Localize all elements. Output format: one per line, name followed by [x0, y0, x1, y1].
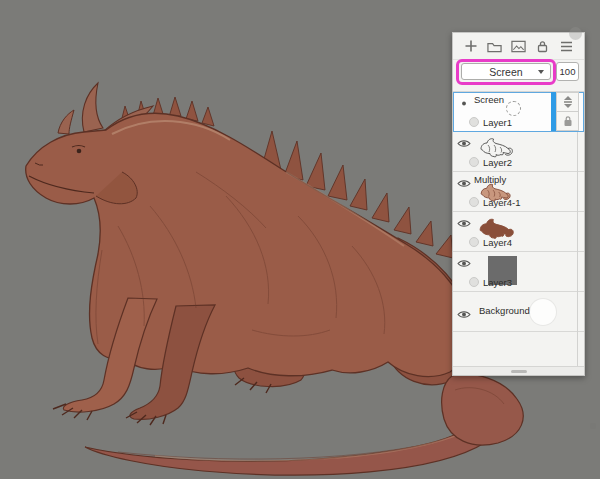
blend-mode-value: Screen [489, 66, 522, 78]
panel-resize-grip[interactable] [453, 366, 584, 375]
blend-opacity-row: Screen 100 [453, 61, 584, 85]
layer-row-background[interactable]: Background [453, 292, 584, 332]
add-layer-icon[interactable] [462, 38, 479, 55]
blend-mode-dropdown[interactable]: Screen [461, 63, 551, 80]
layer-secondary-toggle[interactable] [469, 117, 479, 127]
layers-panel: Screen 100 Screen Layer1 [452, 32, 585, 376]
layer-secondary-toggle[interactable] [469, 197, 479, 207]
visibility-eye-icon[interactable] [457, 95, 471, 106]
reorder-handle-icon[interactable] [556, 92, 579, 112]
layer-name: Layer4-1 [483, 197, 521, 208]
image-icon[interactable] [510, 38, 527, 55]
opacity-value: 100 [560, 66, 576, 77]
layer-row-layer3[interactable]: Layer3 [453, 252, 584, 292]
visibility-eye-icon[interactable] [457, 175, 471, 186]
layer-blend-label: Screen [474, 94, 504, 105]
lock-icon[interactable] [534, 38, 551, 55]
opacity-input[interactable]: 100 [556, 62, 579, 81]
layer-name: Layer1 [483, 117, 512, 128]
layer-name: Layer2 [483, 157, 512, 168]
layer-row-layer4-1[interactable]: Multiply Layer4-1 [453, 172, 584, 212]
menu-icon[interactable] [558, 38, 575, 55]
layer-row-layer4[interactable]: Layer4 [453, 212, 584, 252]
panel-empty-area [453, 332, 584, 366]
layer-secondary-toggle[interactable] [469, 277, 479, 287]
layer-list: Screen Layer1 Layer2 [453, 91, 584, 332]
layer-secondary-toggle[interactable] [469, 237, 479, 247]
scrollbar-track[interactable] [577, 117, 578, 366]
selected-row-gutter [556, 92, 579, 131]
lock-layer-icon[interactable] [556, 112, 579, 131]
visibility-eye-icon[interactable] [457, 135, 471, 146]
folder-icon[interactable] [486, 38, 503, 55]
background-color-swatch[interactable] [530, 299, 556, 325]
grip-handle-icon [511, 370, 527, 373]
panel-corner-button[interactable] [569, 27, 582, 40]
visibility-eye-icon[interactable] [457, 215, 471, 226]
visibility-eye-icon[interactable] [457, 255, 471, 266]
layer-name: Layer3 [483, 277, 512, 288]
visibility-eye-icon[interactable] [457, 306, 471, 317]
canvas-ui-dot [590, 423, 596, 429]
dropdown-caret-icon [538, 70, 544, 74]
layer-row-layer2[interactable]: Layer2 [453, 132, 584, 172]
layer-name: Layer4 [483, 237, 512, 248]
layers-panel-toolbar [453, 33, 584, 60]
layer-row-layer1[interactable]: Screen Layer1 [453, 92, 584, 132]
layer-thumbnail-empty[interactable] [506, 101, 521, 116]
layer-name: Background [479, 305, 530, 316]
layer-secondary-toggle[interactable] [469, 157, 479, 167]
